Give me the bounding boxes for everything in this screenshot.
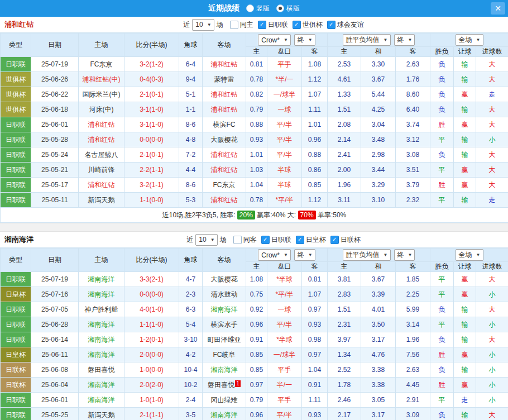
- col-header-eu-draw: 和: [361, 262, 396, 272]
- checkbox-label: 世俱杯: [303, 20, 323, 30]
- away-team-cell[interactable]: 横滨水手: [203, 317, 246, 332]
- filter-checkbox-2[interactable]: ✓世俱杯: [293, 20, 323, 30]
- filter-checkbox-0[interactable]: 同客: [233, 235, 257, 245]
- select-value: 终: [298, 250, 304, 260]
- home-team-cell[interactable]: 湘南海洋: [79, 287, 124, 302]
- away-team-cell[interactable]: 町田泽维亚: [203, 332, 246, 347]
- away-team-cell[interactable]: 大阪樱花: [203, 132, 246, 147]
- away-team-cell[interactable]: 大阪樱花: [203, 272, 246, 287]
- away-team-cell[interactable]: 浦和红钻: [203, 102, 246, 117]
- odds-company-select[interactable]: Crow*▼: [258, 249, 291, 261]
- filter-checkbox-1[interactable]: ✓日职联: [261, 235, 291, 245]
- away-team-cell[interactable]: 磐田喜悦1: [203, 378, 246, 393]
- home-team-cell[interactable]: 湘南海洋: [79, 332, 124, 347]
- europe-win-odds-cell: 2.53: [328, 57, 361, 72]
- asia-home-odds-cell: 0.78: [246, 72, 267, 87]
- europe-final-select[interactable]: 终▼: [394, 34, 415, 46]
- win-rate-badge: 20%: [237, 211, 255, 219]
- checkbox-label: 日职联: [271, 235, 291, 245]
- select-value: Crow*: [261, 36, 280, 44]
- games-count-select[interactable]: 10 ▼: [192, 19, 214, 31]
- chevron-down-icon: ▼: [384, 252, 388, 257]
- europe-odds-select[interactable]: 胜平负均值▼: [343, 34, 391, 46]
- handicap-cell: 一/球半: [267, 347, 302, 362]
- result-cell: 平: [430, 163, 454, 178]
- away-team-cell[interactable]: 浦和红钻: [203, 87, 246, 102]
- col-header-handicap: 盘口: [267, 262, 302, 272]
- europe-final-select[interactable]: 终▼: [394, 249, 415, 261]
- radio-vertical-layout[interactable]: 竖版: [246, 4, 270, 13]
- handicap-result-cell: 赢: [454, 117, 476, 132]
- date-cell: 25-07-16: [31, 287, 79, 302]
- home-team-cell[interactable]: 湘南海洋: [79, 272, 124, 287]
- asia-final-select[interactable]: 终▼: [294, 249, 315, 261]
- date-cell: 25-06-22: [31, 87, 79, 102]
- europe-draw-odds-cell: 5.44: [361, 87, 396, 102]
- filter-checkbox-3[interactable]: ✓球会友谊: [327, 20, 364, 30]
- home-team-cell[interactable]: FC东京: [79, 57, 124, 72]
- away-team-cell[interactable]: 浦和红钻: [203, 147, 246, 163]
- goal-result-cell: 大: [476, 57, 508, 72]
- radio-horizontal-layout[interactable]: 横版: [276, 4, 300, 13]
- corner-cell: 2-4: [179, 393, 203, 408]
- home-team-cell[interactable]: 新泻天鹅: [79, 408, 124, 420]
- home-team-cell[interactable]: 新泻天鹅: [79, 193, 124, 208]
- home-team-cell[interactable]: 湘南海洋: [79, 347, 124, 362]
- date-cell: 25-06-01: [31, 393, 79, 408]
- away-team-cell[interactable]: 湘南海洋: [203, 362, 246, 378]
- handicap-cell: 平/半: [267, 317, 302, 332]
- home-team-cell[interactable]: 河床(中): [79, 102, 124, 117]
- select-value: 10: [199, 236, 206, 244]
- away-team-cell[interactable]: 蒙特雷: [203, 72, 246, 87]
- league-type-cell: 日职联: [1, 132, 31, 147]
- away-team-cell[interactable]: FC东京: [203, 178, 246, 193]
- home-team-cell[interactable]: 神户胜利船: [79, 302, 124, 317]
- away-team-cell[interactable]: FC岐阜: [203, 347, 246, 362]
- match-row: 日皇杯25-06-11湘南海洋2-0(0-0)4-2FC岐阜0.85一/球半0.…: [1, 347, 508, 362]
- home-team-cell[interactable]: 湘南海洋: [79, 317, 124, 332]
- europe-lose-odds-cell: 8.60: [396, 87, 430, 102]
- section-header-away-team: 湘南海洋 近 10 ▼ 场 同客✓日职联✓日皇杯✓日联杯: [0, 232, 508, 248]
- home-team-cell[interactable]: 浦和红钻: [79, 178, 124, 193]
- odds-company-select[interactable]: Crow*▼: [258, 34, 291, 46]
- home-team-cell[interactable]: 川崎前锋: [79, 163, 124, 178]
- home-team-cell[interactable]: 湘南海洋: [79, 378, 124, 393]
- europe-odds-select[interactable]: 胜平负均值▼: [343, 249, 391, 261]
- away-team-cell[interactable]: 浦和红钻: [203, 57, 246, 72]
- match-table-body: 日职联25-07-19FC东京3-2(1-2)6-4浦和红钻0.81平手1.08…: [1, 57, 508, 208]
- filter-checkbox-1[interactable]: ✓日职联: [258, 20, 288, 30]
- handicap-result-cell: 输: [454, 362, 476, 378]
- away-team-cell[interactable]: 冈山绿雉: [203, 393, 246, 408]
- games-count-select[interactable]: 10 ▼: [195, 234, 217, 246]
- filter-checkbox-2[interactable]: ✓日皇杯: [296, 235, 326, 245]
- home-team-cell[interactable]: 浦和红钻: [79, 132, 124, 147]
- asia-final-select[interactable]: 终▼: [294, 34, 315, 46]
- away-team-cell[interactable]: 湘南海洋: [203, 302, 246, 317]
- away-team-cell[interactable]: 清水鼓动: [203, 287, 246, 302]
- away-team-cell[interactable]: 浦和红钻: [203, 163, 246, 178]
- home-team-cell[interactable]: 磐田喜悦: [79, 362, 124, 378]
- match-row: 日职联25-05-24名古屋鲸八2-1(0-1)7-2浦和红钻1.01平/半0.…: [1, 147, 508, 163]
- home-team-cell[interactable]: 名古屋鲸八: [79, 147, 124, 163]
- home-team-cell[interactable]: 湘南海洋: [79, 393, 124, 408]
- filter-checkbox-0[interactable]: 同主: [230, 20, 253, 30]
- filter-checkbox-3[interactable]: ✓日联杯: [330, 235, 361, 245]
- red-card-badge: 1: [235, 380, 241, 387]
- europe-lose-odds-cell: 3.12: [396, 132, 430, 147]
- league-type-cell: 日职联: [1, 272, 31, 287]
- scope-select[interactable]: 全场▼: [456, 249, 483, 261]
- away-team-cell[interactable]: 浦和红钻: [203, 193, 246, 208]
- home-team-cell[interactable]: 浦和红钻: [79, 117, 124, 132]
- scope-select[interactable]: 全场▼: [456, 34, 483, 46]
- away-team-cell[interactable]: 湘南海洋: [203, 408, 246, 420]
- corner-cell: 3-5: [179, 408, 203, 420]
- close-icon[interactable]: ✕: [491, 2, 505, 15]
- europe-draw-odds-cell: 3.05: [361, 393, 396, 408]
- league-type-cell: 日职联: [1, 178, 31, 193]
- checkbox-label: 日联杯: [341, 235, 361, 245]
- home-team-cell[interactable]: 浦和红钻(中): [79, 72, 124, 87]
- europe-draw-odds-cell: 3.04: [361, 117, 396, 132]
- away-team-cell[interactable]: 横滨FC: [203, 117, 246, 132]
- home-team-cell[interactable]: 国际米兰(中): [79, 87, 124, 102]
- radio-checked-icon: [276, 4, 284, 12]
